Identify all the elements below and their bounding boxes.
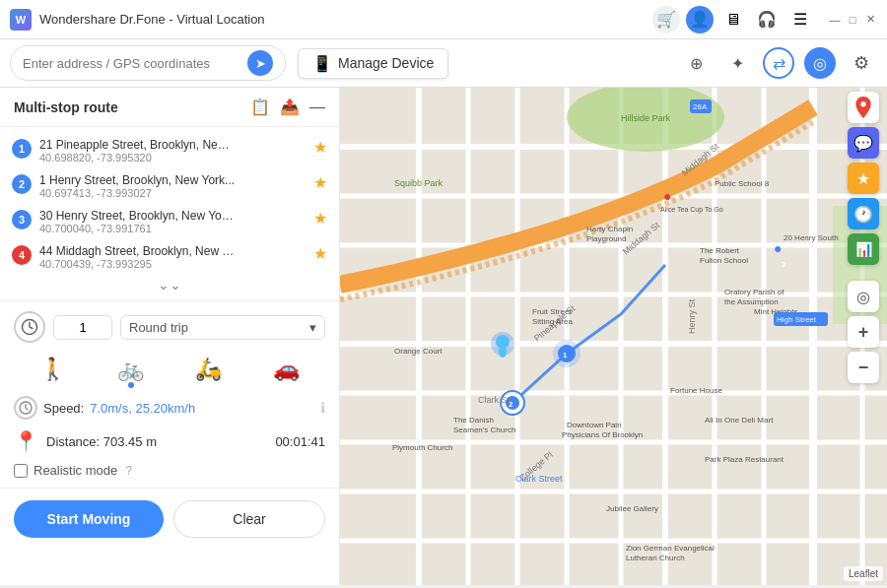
svg-text:Physicians Of Brooklyn: Physicians Of Brooklyn xyxy=(562,430,643,439)
clock-icon[interactable]: 🕐 xyxy=(848,198,879,229)
svg-text:Henry St: Henry St xyxy=(687,298,697,334)
multistop-toolbar-button[interactable]: ⇄ xyxy=(763,47,794,79)
svg-point-72 xyxy=(860,101,866,107)
star-icon[interactable]: ★ xyxy=(848,163,879,194)
route-star-1[interactable]: ★ xyxy=(313,138,327,157)
car-mode-button[interactable]: 🚗 xyxy=(269,353,304,386)
svg-text:Fruit Street: Fruit Street xyxy=(532,307,572,316)
route-item: 3 30 Henry Street, Brooklyn, New York ..… xyxy=(8,204,331,239)
headset-icon[interactable]: 🎧 xyxy=(753,6,781,33)
expand-routes-icon[interactable]: ⌄⌄ xyxy=(8,275,331,294)
realistic-mode-help-icon[interactable]: ? xyxy=(125,464,132,478)
menu-icon[interactable]: ☰ xyxy=(786,6,814,33)
sidebar-minimize-icon[interactable]: — xyxy=(309,98,325,116)
route-list: 1 21 Pineapple Street, Brooklyn, New Yor… xyxy=(0,127,339,301)
action-buttons: Start Moving Clear xyxy=(0,489,339,550)
toolbar-right-icons: ⊕ ✦ ⇄ ◎ ⚙ xyxy=(680,47,877,79)
zoom-out-button[interactable]: − xyxy=(848,352,879,383)
speed-meter-icon xyxy=(14,311,45,343)
route-star-2[interactable]: ★ xyxy=(313,173,327,192)
clear-button[interactable]: Clear xyxy=(173,500,325,538)
svg-text:All In One Deli Mart: All In One Deli Mart xyxy=(705,416,774,425)
svg-point-32 xyxy=(499,346,507,358)
search-input[interactable] xyxy=(23,56,241,71)
svg-text:Oratory Parish of: Oratory Parish of xyxy=(724,288,785,296)
manage-device-button[interactable]: 📱 Manage Device xyxy=(298,48,448,79)
route-star-3[interactable]: ★ xyxy=(313,209,327,228)
titlebar-left: W Wondershare Dr.Fone - Virtual Location xyxy=(10,9,265,31)
search-bar: ➤ xyxy=(10,45,286,81)
start-moving-button[interactable]: Start Moving xyxy=(14,500,164,538)
svg-text:3: 3 xyxy=(782,260,786,269)
speed-info-icon[interactable]: ℹ xyxy=(320,400,325,416)
titlebar-right: 🛒 👤 🖥 🎧 ☰ — □ ✕ xyxy=(652,6,877,33)
time-display: 00:01:41 xyxy=(275,434,325,449)
sidebar-header: Multi-stop route 📋 📤 — xyxy=(0,88,339,127)
route-item: 2 1 Henry Street, Brooklyn, New York... … xyxy=(8,168,331,204)
route-coords-3: 40.700040, -73.991761 xyxy=(39,223,306,234)
active-mode-indicator xyxy=(128,382,134,388)
sidebar-import-icon[interactable]: 📋 xyxy=(250,98,270,116)
route-text-2: 1 Henry Street, Brooklyn, New York... 40… xyxy=(39,173,306,199)
main-content: Multi-stop route 📋 📤 — 1 21 Pineapple St… xyxy=(0,88,887,585)
sidebar: Multi-stop route 📋 📤 — 1 21 Pineapple St… xyxy=(0,88,340,585)
route-address-1: 21 Pineapple Street, Brooklyn, New York … xyxy=(39,138,237,152)
distance-pin-icon: 📍 xyxy=(14,429,38,453)
svg-text:Playground: Playground xyxy=(586,234,626,243)
toolbar: ➤ 📱 Manage Device ⊕ ✦ ⇄ ◎ ⚙ xyxy=(0,39,887,88)
maximize-button[interactable]: □ xyxy=(846,13,859,27)
google-maps-icon[interactable] xyxy=(848,92,879,123)
speed-count-input[interactable]: 1 xyxy=(53,315,112,340)
cart-icon[interactable]: 🛒 xyxy=(652,6,680,33)
svg-text:Alice Tea Cup To Go: Alice Tea Cup To Go xyxy=(660,206,723,214)
crosshair-toolbar-button[interactable]: ⊕ xyxy=(680,47,712,79)
scooter-mode-button[interactable]: 🛵 xyxy=(191,353,226,386)
svg-text:Park Plaza Restaurant: Park Plaza Restaurant xyxy=(705,455,785,464)
green-icon[interactable]: 📊 xyxy=(848,233,879,265)
minimize-button[interactable]: — xyxy=(828,13,842,27)
svg-text:The Danish: The Danish xyxy=(453,416,494,425)
location-target-icon[interactable]: ◎ xyxy=(848,281,879,312)
close-button[interactable]: ✕ xyxy=(863,13,877,27)
zoom-in-button[interactable]: + xyxy=(848,316,879,348)
svg-text:Harry Chapin: Harry Chapin xyxy=(586,225,633,233)
route-num-2: 2 xyxy=(12,174,32,194)
svg-text:The Robert: The Robert xyxy=(700,246,740,255)
svg-text:Lutheran Church: Lutheran Church xyxy=(626,554,685,562)
svg-text:20 Henry South: 20 Henry South xyxy=(784,233,839,242)
speed-trip-row: 1 Round trip ▾ xyxy=(14,311,325,343)
sidebar-export-icon[interactable]: 📤 xyxy=(280,98,300,116)
search-submit-button[interactable]: ➤ xyxy=(247,50,273,76)
app-logo: W xyxy=(10,9,32,31)
svg-text:Sitting Area: Sitting Area xyxy=(532,317,573,326)
svg-text:●: ● xyxy=(774,240,782,256)
screen-icon[interactable]: 🖥 xyxy=(719,6,747,33)
route-address-3: 30 Henry Street, Brooklyn, New York ... xyxy=(39,209,237,223)
distance-display: Distance: 703.45 m xyxy=(46,434,157,449)
route-item: 1 21 Pineapple Street, Brooklyn, New Yor… xyxy=(8,133,331,168)
realistic-mode-row: Realistic mode ? xyxy=(14,463,325,478)
realistic-mode-checkbox[interactable] xyxy=(14,464,28,478)
map-attribution: Leaflet xyxy=(844,566,883,581)
svg-text:Fulton School: Fulton School xyxy=(700,256,748,265)
route-item: 4 44 Middagh Street, Brooklyn, New Y... … xyxy=(8,239,331,275)
route-address-2: 1 Henry Street, Brooklyn, New York... xyxy=(39,173,237,187)
map-background: Hillside Park 2 1 Squibb Park Pineapple … xyxy=(340,88,887,585)
svg-text:the Assumption: the Assumption xyxy=(724,297,779,306)
route-address-4: 44 Middagh Street, Brooklyn, New Y... xyxy=(39,244,237,258)
discord-icon[interactable]: 💬 xyxy=(848,127,879,159)
svg-text:28A: 28A xyxy=(693,102,708,111)
map-right-panel: 💬 ★ 🕐 📊 ◎ + − xyxy=(848,92,879,383)
route-star-4[interactable]: ★ xyxy=(313,244,327,263)
trip-type-select[interactable]: Round trip ▾ xyxy=(120,315,325,340)
map-area[interactable]: Hillside Park 2 1 Squibb Park Pineapple … xyxy=(340,88,887,585)
controls-panel: 1 Round trip ▾ 🚶 🚲 🛵 🚗 xyxy=(0,301,339,489)
route-text-3: 30 Henry Street, Brooklyn, New York ... … xyxy=(39,209,306,234)
route-toolbar-button[interactable]: ✦ xyxy=(721,47,753,79)
user-icon[interactable]: 👤 xyxy=(686,6,714,33)
window-controls: — □ ✕ xyxy=(828,13,877,27)
bike-mode-button[interactable]: 🚲 xyxy=(113,353,148,386)
settings-toolbar-button[interactable]: ⚙ xyxy=(846,47,877,79)
walk-mode-button[interactable]: 🚶 xyxy=(35,353,70,386)
virtual-toolbar-button[interactable]: ◎ xyxy=(804,47,836,79)
